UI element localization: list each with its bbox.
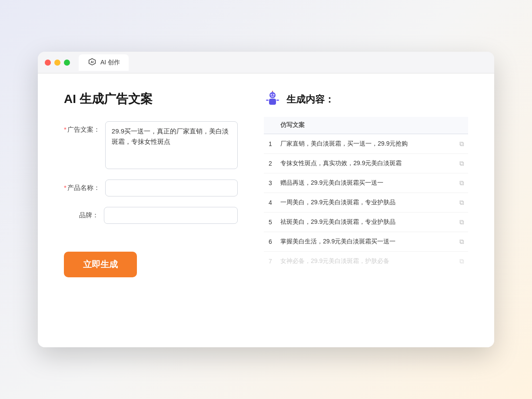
ai-tab-icon: AI	[87, 58, 97, 67]
table-row: 4一周美白，29.9元美白淡斑霜，专业护肤品⧉	[264, 193, 468, 213]
svg-rect-10	[276, 100, 279, 101]
copy-cell[interactable]: ⧉	[455, 232, 468, 252]
copy-icon[interactable]: ⧉	[459, 238, 464, 245]
browser-tab[interactable]: AI AI 创作	[79, 54, 129, 71]
table-row: 7女神必备，29.9元美白淡斑霜，护肤必备⧉	[264, 252, 468, 271]
col-num	[264, 117, 277, 134]
form-group-brand: 品牌： 好白	[64, 207, 238, 224]
left-panel: AI 生成广告文案 *广告文案： 29.9买一送一，真正的厂家直销，美白淡斑霜，…	[64, 91, 238, 330]
right-panel: 生成内容： 仿写文案 1厂家直销，美白淡斑霜，买一送一，29.9元抢购⧉2专抹女…	[264, 91, 468, 330]
copy-icon[interactable]: ⧉	[459, 140, 464, 147]
label-product: *产品名称：	[64, 180, 100, 192]
close-button[interactable]	[45, 60, 51, 66]
row-text: 女神必备，29.9元美白淡斑霜，护肤必备	[277, 252, 455, 271]
form-group-adcopy: *广告文案： 29.9买一送一，真正的厂家直销，美白淡斑霜，专抹女性斑点	[64, 121, 238, 169]
copy-cell[interactable]: ⧉	[455, 193, 468, 213]
table-row: 3赠品再送，29.9元美白淡斑霜买一送一⧉	[264, 173, 468, 193]
svg-rect-9	[266, 100, 269, 101]
copy-icon[interactable]: ⧉	[459, 257, 464, 265]
adcopy-textarea[interactable]: 29.9买一送一，真正的厂家直销，美白淡斑霜，专抹女性斑点	[105, 121, 238, 169]
svg-point-5	[272, 91, 273, 92]
svg-text:AI: AI	[91, 60, 94, 63]
row-text: 祛斑美白，29.9元美白淡斑霜，专业护肤品	[277, 213, 455, 232]
result-table: 仿写文案 1厂家直销，美白淡斑霜，买一送一，29.9元抢购⧉2专抹女性斑点，真实…	[264, 117, 468, 271]
copy-icon[interactable]: ⧉	[459, 199, 464, 206]
tab-title: AI 创作	[100, 59, 120, 66]
copy-icon[interactable]: ⧉	[459, 218, 464, 226]
row-number: 4	[264, 193, 277, 213]
row-number: 6	[264, 232, 277, 252]
svg-point-7	[273, 94, 275, 96]
table-row: 6掌握美白生活，29.9元美白淡斑霜买一送一⧉	[264, 232, 468, 252]
row-number: 3	[264, 173, 277, 193]
row-text: 一周美白，29.9元美白淡斑霜，专业护肤品	[277, 193, 455, 213]
brand-input[interactable]: 好白	[104, 207, 238, 224]
label-brand: 品牌：	[64, 207, 99, 219]
svg-point-6	[271, 94, 272, 96]
copy-icon[interactable]: ⧉	[459, 160, 464, 167]
titlebar: AI AI 创作	[38, 52, 494, 73]
row-number: 2	[264, 154, 277, 173]
form-group-product: *产品名称： 美白淡斑霜	[64, 180, 238, 196]
page-title: AI 生成广告文案	[64, 91, 238, 107]
col-action	[455, 117, 468, 134]
col-text: 仿写文案	[277, 117, 455, 134]
minimize-button[interactable]	[54, 60, 60, 66]
table-row: 1厂家直销，美白淡斑霜，买一送一，29.9元抢购⧉	[264, 134, 468, 154]
table-row: 2专抹女性斑点，真实功效，29.9元美白淡斑霜⧉	[264, 154, 468, 173]
label-adcopy: *广告文案：	[64, 121, 100, 134]
result-header: 生成内容：	[264, 91, 468, 108]
row-text: 赠品再送，29.9元美白淡斑霜买一送一	[277, 173, 455, 193]
copy-icon[interactable]: ⧉	[459, 179, 464, 186]
copy-cell[interactable]: ⧉	[455, 252, 468, 271]
required-mark-product: *	[64, 184, 66, 191]
copy-cell[interactable]: ⧉	[455, 213, 468, 232]
row-number: 1	[264, 134, 277, 154]
row-text: 掌握美白生活，29.9元美白淡斑霜买一送一	[277, 232, 455, 252]
table-row: 5祛斑美白，29.9元美白淡斑霜，专业护肤品⧉	[264, 213, 468, 232]
copy-cell[interactable]: ⧉	[455, 154, 468, 173]
maximize-button[interactable]	[64, 60, 70, 66]
row-number: 5	[264, 213, 277, 232]
product-input[interactable]: 美白淡斑霜	[105, 180, 238, 196]
browser-window: AI AI 创作 AI 生成广告文案 *广告文案： 29.9买一送一，真正的厂家…	[38, 52, 494, 347]
result-title: 生成内容：	[286, 93, 334, 106]
row-text: 专抹女性斑点，真实功效，29.9元美白淡斑霜	[277, 154, 455, 173]
generate-button[interactable]: 立即生成	[64, 252, 137, 277]
row-number: 7	[264, 252, 277, 271]
required-mark-adcopy: *	[64, 126, 66, 133]
main-content: AI 生成广告文案 *广告文案： 29.9买一送一，真正的厂家直销，美白淡斑霜，…	[38, 73, 494, 347]
robot-icon	[264, 91, 281, 108]
row-text: 厂家直销，美白淡斑霜，买一送一，29.9元抢购	[277, 134, 455, 154]
copy-cell[interactable]: ⧉	[455, 173, 468, 193]
traffic-lights	[45, 60, 70, 66]
svg-rect-8	[269, 99, 276, 105]
copy-cell[interactable]: ⧉	[455, 134, 468, 154]
